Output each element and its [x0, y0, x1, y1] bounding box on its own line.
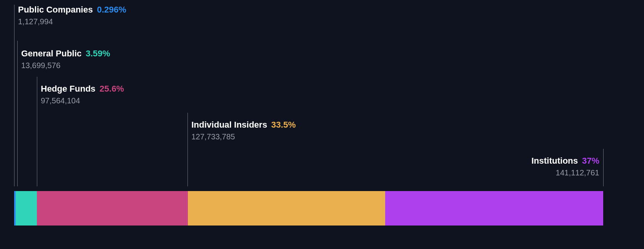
category-percent: 25.6%: [100, 84, 124, 94]
category-name: Public Companies: [18, 5, 93, 14]
label-marker: [37, 77, 37, 186]
ownership-chart: Public Companies 0.296% 1,127,994 Genera…: [14, 0, 603, 249]
category-name: Institutions: [531, 156, 578, 166]
category-value: 141,112,761: [531, 168, 599, 177]
category-name: Individual Insiders: [191, 120, 267, 130]
category-percent: 3.59%: [86, 49, 110, 58]
category-name: General Public: [21, 49, 82, 58]
bar-segment-individual-insiders: [188, 191, 385, 226]
category-percent: 0.296%: [97, 5, 126, 14]
ownership-bar: [14, 191, 603, 226]
category-percent: 33.5%: [271, 120, 296, 130]
bar-segment-general-public: [16, 191, 37, 226]
label-marker: [603, 149, 604, 186]
category-value: 13,699,576: [21, 61, 110, 70]
category-name: Hedge Funds: [41, 84, 95, 94]
label-marker: [17, 41, 18, 186]
bar-segment-institutions: [385, 191, 603, 226]
category-percent: 37%: [582, 156, 599, 166]
label-marker: [14, 5, 15, 186]
category-value: 1,127,994: [18, 17, 126, 26]
bar-segment-hedge-funds: [37, 191, 188, 226]
label-marker: [187, 113, 188, 186]
category-value: 127,733,785: [191, 132, 296, 141]
category-value: 97,564,104: [41, 96, 124, 105]
